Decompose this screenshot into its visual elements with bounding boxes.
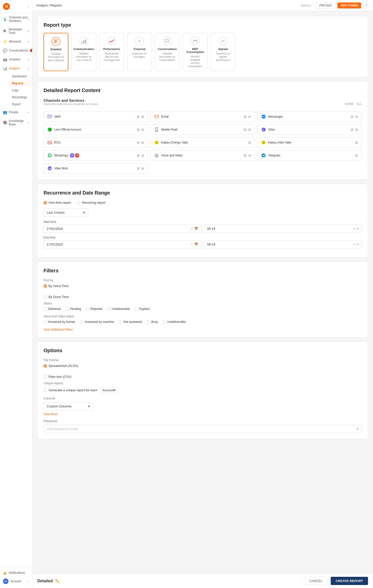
add-funds-button[interactable]: ADD FUNDS	[337, 2, 361, 8]
channel-action-icon[interactable]: ⊕	[141, 166, 144, 170]
voice-answered-human[interactable]: Answered by human	[44, 320, 75, 324]
answered-machine-checkbox[interactable]	[80, 320, 83, 324]
sidebar-account[interactable]: KC Account ⋯	[0, 577, 32, 586]
report-type-detailed[interactable]: Detailed Detailed information for each o…	[44, 33, 68, 71]
cancel-button[interactable]: CANCEL	[304, 577, 328, 585]
find-by-send-radio[interactable]: By Send Time	[44, 284, 362, 288]
sidebar-item-moments[interactable]: ⚡ Moments ▾	[0, 37, 32, 46]
channel-action-icon[interactable]: ⊕	[141, 153, 144, 157]
collapse-button[interactable]: ‹	[28, 4, 29, 9]
channel-action-icon[interactable]: ⊕	[141, 128, 144, 132]
channel-whatsapp[interactable]: WhatsApp M C ⊞ ⊕	[44, 150, 148, 161]
status-undeliverable[interactable]: Undeliverable	[107, 307, 130, 311]
expired-checkbox[interactable]	[135, 307, 138, 311]
status-pending[interactable]: Pending	[66, 307, 81, 311]
channel-action-icon[interactable]: ⊕	[141, 141, 144, 145]
sidebar-sub-export[interactable]: Export	[9, 101, 32, 108]
channel-action-icon[interactable]: ⊞	[355, 153, 358, 157]
voice-busy[interactable]: Busy	[147, 320, 158, 324]
busy-checkbox[interactable]	[147, 320, 150, 324]
channel-action-icon[interactable]: ⊕	[141, 115, 144, 119]
report-type-communication[interactable]: Communication Detailed information on on…	[71, 33, 96, 71]
time-chevron[interactable]: ▾	[357, 243, 359, 246]
rejected-checkbox[interactable]	[86, 307, 89, 311]
channel-action-icon[interactable]: ⊞	[351, 115, 354, 119]
voice-undeliverable-checkbox[interactable]	[163, 320, 166, 324]
status-expired[interactable]: Expired	[135, 307, 150, 311]
date-range-select[interactable]: Last 3 hours ▾	[44, 208, 88, 217]
channel-action-icon[interactable]: ⊕	[248, 153, 251, 157]
channel-kakao-alim[interactable]: Kakao (Alim Talk) ⊞	[257, 137, 362, 148]
view-more-link[interactable]: View More	[44, 412, 362, 416]
start-date-input[interactable]: 17/01/2024 × 📅	[44, 225, 201, 233]
report-type-conversations[interactable]: Conversations Detailed information on co…	[155, 33, 180, 71]
undeliverable-checkbox[interactable]	[107, 307, 110, 311]
channel-action-icon[interactable]: ⊞	[137, 153, 140, 157]
clear-icon[interactable]: ×	[191, 243, 193, 246]
voice-answered-machine[interactable]: Answered by machine	[80, 320, 114, 324]
calendar-icon[interactable]: 📅	[194, 227, 198, 231]
channel-kakao-chingu[interactable]: Kakao (Chingu Talk) ⊞	[150, 137, 255, 148]
channel-rcs[interactable]: RCS RCS ⊞ ⊕	[44, 137, 148, 148]
channel-action-icon[interactable]: ⊕	[248, 115, 251, 119]
channel-action-icon[interactable]: ⊞	[244, 115, 247, 119]
csv-radio[interactable]: Plain text (CSV)	[44, 375, 362, 379]
channel-action-icon[interactable]: ⊞	[355, 141, 358, 145]
pricing-button[interactable]: PRICING	[316, 2, 335, 9]
delivered-checkbox[interactable]	[44, 307, 47, 311]
recipients-input[interactable]: Add Recipients emails ▾	[44, 425, 362, 433]
sidebar-item-conversations[interactable]: 💬 Conversations 91 ▾	[0, 46, 32, 55]
sidebar-item-people[interactable]: 👥 People ▾	[0, 108, 32, 117]
status-delivered[interactable]: Delivered	[44, 307, 61, 311]
calendar-icon[interactable]: 📅	[194, 243, 198, 246]
channel-mobilepush[interactable]: Mobile Push ⊞ ⊕	[150, 124, 255, 135]
edit-icon[interactable]: ✏️	[55, 579, 59, 583]
sidebar-item-analyze[interactable]: 📊 Analyze ▴	[0, 64, 32, 73]
not-answered-checkbox[interactable]	[119, 320, 122, 324]
channel-viberbots[interactable]: VB Viber Bots ⊞ ⊕	[44, 163, 148, 174]
status-rejected[interactable]: Rejected	[86, 307, 102, 311]
none-link[interactable]: NONE	[345, 102, 354, 106]
pending-checkbox[interactable]	[66, 307, 69, 311]
channel-line[interactable]: L Line Official Account ⊞ ⊕	[44, 124, 148, 135]
report-type-performance[interactable]: Performance Summarized data for your mes…	[99, 33, 124, 71]
channel-action-icon[interactable]: ⊕	[355, 115, 358, 119]
create-report-button[interactable]: CREATE REPORT	[331, 577, 368, 585]
sidebar-item-channels[interactable]: 📡 Channels and Numbers ▾	[0, 13, 32, 25]
all-link[interactable]: ALL	[357, 102, 362, 106]
end-date-input[interactable]: 17/01/2024 × 📅	[44, 240, 201, 248]
end-time-input[interactable]: 08:19 × ▾	[204, 240, 362, 248]
start-time-input[interactable]: 05:19 × ▾	[204, 225, 362, 233]
sidebar-sub-reports[interactable]: Reports	[9, 80, 32, 87]
xlsx-radio[interactable]: Spreadsheet (XLSX)	[44, 364, 362, 368]
sidebar-sub-logs[interactable]: Logs	[9, 87, 32, 94]
channel-action-icon[interactable]: ⊕	[355, 128, 358, 132]
channel-action-icon[interactable]: ⊞	[137, 141, 140, 145]
channel-action-icon[interactable]: ⊞	[137, 128, 140, 132]
channel-action-icon[interactable]: ⊕	[248, 128, 251, 132]
sidebar-item-answers[interactable]: 🤖 Answers ▾	[0, 55, 32, 64]
channel-action-icon[interactable]: ⊞	[244, 128, 247, 132]
sidebar-sub-dashboard[interactable]: Dashboard	[9, 73, 32, 80]
channel-action-icon[interactable]: ⊞	[248, 141, 251, 145]
find-by-done-radio[interactable]: By Done Time	[44, 295, 362, 299]
sidebar-item-knowledge[interactable]: 📚 Knowledge Base ▾	[0, 117, 32, 129]
channel-voice[interactable]: Voice and Video ⊞ ⊕	[150, 150, 255, 161]
clear-icon[interactable]: ×	[191, 227, 193, 231]
report-type-mep[interactable]: MEP Consumption Monthly engaged persons …	[183, 33, 208, 71]
sidebar-sub-recordings[interactable]: Recordings	[9, 94, 32, 101]
answered-human-checkbox[interactable]	[44, 320, 47, 324]
voice-not-answered[interactable]: Not answered	[119, 320, 142, 324]
channel-action-icon[interactable]: ⊞	[137, 115, 140, 119]
help-button[interactable]: ?	[364, 3, 369, 8]
columns-select[interactable]: Custom Columns ▾	[44, 402, 93, 410]
channel-sms[interactable]: SMS ⊞ ⊕	[44, 111, 148, 122]
clear-icon[interactable]: ×	[353, 243, 355, 246]
sidebar-item-developer[interactable]: 🛠 Developer Tools ▾	[0, 25, 32, 37]
channel-messenger[interactable]: Messanger ⊞ ⊕	[257, 111, 362, 122]
time-chevron[interactable]: ▾	[357, 227, 359, 231]
view-additional-filters-link[interactable]: View Additional Filters	[44, 328, 73, 331]
recurring-radio[interactable]: Recurring report	[77, 201, 105, 204]
report-type-signals[interactable]: Signals Overview on signals performance	[211, 33, 235, 71]
report-type-financial[interactable]: $ Financial Expenses for messages.	[127, 33, 152, 71]
